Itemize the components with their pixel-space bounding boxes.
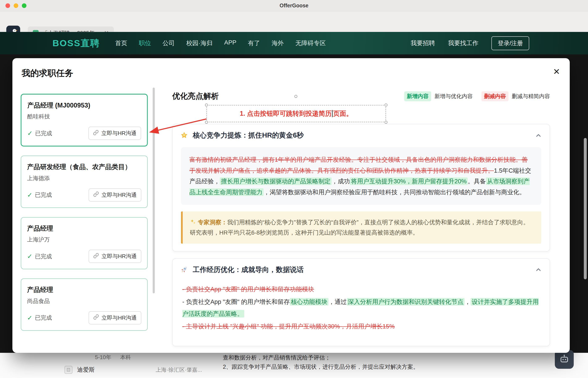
diff-segment-removed: - 主导设计并上线 "兴趣小组" 功能，提升用户互动频次30%，月活用户增长15…: [182, 323, 395, 330]
diff-line: - 负责社交App "友圈" 的用户增长和留存核心功能模块，通过深入分析用户行为…: [182, 296, 541, 320]
background-page-strip: 5-10年 本科 查和数据分析，对产品销售情况给予评估； 2、跟踪竞争对手产品策…: [0, 353, 588, 378]
legend-badge-added: 新增内容: [404, 91, 431, 101]
selection-handle[interactable]: [385, 104, 388, 107]
diff-segment-normal: ，通过: [328, 298, 347, 305]
collapse-chevron-icon[interactable]: [535, 266, 542, 273]
page-scrollbar[interactable]: [584, 138, 587, 279]
job-company: 尚品食品: [27, 297, 141, 305]
minimize-window-button[interactable]: [14, 3, 18, 8]
analysis-section: 工作经历优化：成就导向，数据说话- 负责社交App "友圈" 的用户增长和留存功…: [172, 258, 550, 346]
close-window-button[interactable]: [5, 3, 10, 8]
diff-segment-normal: - 负责社交App "友圈" 的用户增长和留存: [182, 298, 290, 305]
chat-with-hr-button[interactable]: 立即与HR沟通: [89, 188, 141, 202]
text-caret: [332, 110, 333, 117]
check-icon: ✓: [27, 130, 33, 137]
chat-with-hr-label: 立即与HR沟通: [101, 314, 137, 322]
job-title: 产品经理 (MJ000953): [27, 101, 141, 110]
job-title: 产品研发经理（食品、农产品类目）: [27, 162, 141, 171]
diff-legend: 新增内容新增与优化内容删减内容删减与精简内容: [404, 91, 550, 101]
nav-item[interactable]: 公司: [162, 39, 175, 47]
company-list-row[interactable]: 迪爱斯 上海·徐汇区·肇嘉...: [65, 366, 202, 374]
diff-segment-normal: ，: [465, 298, 471, 305]
annotation-text-after: 页面。: [333, 109, 353, 118]
job-card[interactable]: 产品研发经理（食品、农产品类目） 上海德添 ✓已完成 立即与HR沟通: [21, 156, 148, 208]
site-nav: 首页职位公司校园·海归APP有了海外无障碍专区: [115, 39, 326, 47]
star-icon: [180, 132, 188, 139]
check-icon: ✓: [27, 191, 32, 199]
diff-segment-removed: - 负责社交App "友圈" 的用户增长和留存功能模块: [182, 286, 314, 293]
diff-segment-normal: ，成功: [332, 178, 350, 185]
section-title: 工作经历优化：成就导向，数据说话: [193, 265, 530, 274]
nav-item[interactable]: 校园·海归: [186, 39, 213, 47]
resume-summary-diff: 富有激情的初级产品经理，拥有1年半的用户端产品开发经验。专注于社交领域，具备出色…: [181, 147, 541, 205]
job-company: 上海沪万: [27, 236, 141, 243]
modal-title: 我的求职任务: [22, 68, 73, 79]
job-title: 产品经理: [27, 224, 141, 233]
job-company: 上海德添: [27, 175, 141, 182]
rocket-icon: [180, 266, 188, 274]
job-title: 产品经理: [27, 285, 141, 294]
company-logo-icon: [65, 366, 72, 374]
check-icon: ✓: [27, 253, 32, 260]
selection-handle[interactable]: [385, 121, 388, 124]
collapse-chevron-icon[interactable]: [535, 132, 542, 139]
link-icon: [93, 191, 99, 198]
job-status-label: 已完成: [35, 314, 52, 322]
job-list: 产品经理 (MJ000953) 酷哇科技 ✓已完成 立即与HR沟通 产品研发经理…: [21, 94, 148, 340]
selection-handle[interactable]: [205, 121, 208, 124]
nav-item[interactable]: 无障碍专区: [295, 39, 326, 47]
chat-with-hr-button[interactable]: 立即与HR沟通: [89, 250, 141, 263]
job-list-scrollbar[interactable]: [153, 88, 155, 293]
link-icon: [93, 130, 99, 137]
macos-titlebar: OfferGoose: [0, 0, 588, 11]
check-icon: ✓: [27, 314, 32, 322]
job-meta-experience: 5-10年: [95, 354, 111, 361]
robot-icon: [559, 353, 570, 365]
header-link[interactable]: 我要找工作: [448, 39, 478, 47]
annotation-box[interactable]: 1. 点击按钮即可跳转到投递简历页面。: [206, 105, 386, 122]
diff-segment-removed: 富有激情的初级产品经理，拥有1年半的用户端产品开发经验。专注于社交领域，具备出色…: [189, 156, 528, 174]
nav-item[interactable]: 海外: [272, 39, 284, 47]
analysis-section: 核心竞争力提炼：抓住HR的黄金6秒富有激情的初级产品经理，拥有1年半的用户端产品…: [172, 124, 550, 252]
diff-line: - 负责社交App "友圈" 的用户增长和留存功能模块: [182, 283, 541, 295]
boss-site-header: BOSS直聘 首页职位公司校园·海归APP有了海外无障碍专区 我要招聘我要找工作…: [0, 32, 588, 54]
header-link[interactable]: 我要招聘: [411, 39, 435, 47]
nav-item[interactable]: APP: [224, 39, 237, 47]
boss-logo[interactable]: BOSS直聘: [53, 37, 100, 49]
job-status: ✓已完成: [27, 130, 52, 137]
expert-insight-text: 我们用精炼的“核心竞争力”替换了冗长的“自我评价”，直接点明了候选人的核心优势和…: [190, 219, 529, 236]
browser-tabbar: 「上海招聘」-2025年... ✕: [0, 11, 588, 32]
diff-segment-added: 深入分析用户行为数据和识别关键转化节点: [347, 298, 465, 306]
job-meta-degree: 本科: [120, 354, 131, 361]
job-status-label: 已完成: [35, 191, 52, 199]
chat-with-hr-label: 立即与HR沟通: [101, 253, 137, 260]
job-status-label: 已完成: [35, 130, 52, 137]
job-card[interactable]: 产品经理 上海沪万 ✓已完成 立即与HR沟通: [21, 217, 148, 269]
nav-item[interactable]: 职位: [139, 39, 151, 47]
job-status: ✓已完成: [27, 191, 52, 199]
zoom-window-button[interactable]: [22, 3, 27, 8]
diff-segment-added: 将用户互动提升30%，新用户留存提升20%: [350, 177, 468, 185]
diff-segment-normal: 。具备: [468, 178, 486, 185]
chat-with-hr-button[interactable]: 立即与HR沟通: [88, 127, 141, 140]
job-card[interactable]: 产品经理 尚品食品 ✓已完成 立即与HR沟通: [21, 278, 148, 331]
window-title: OfferGoose: [280, 2, 308, 9]
job-card[interactable]: 产品经理 (MJ000953) 酷哇科技 ✓已完成 立即与HR沟通: [21, 94, 148, 146]
chat-with-hr-button[interactable]: 立即与HR沟通: [89, 311, 141, 324]
page-detail-line: 查和数据分析，对产品销售情况给予评估；: [223, 353, 419, 363]
diff-segment-added: 擅长用户增长与数据驱动的产品策略制定: [220, 177, 332, 185]
job-tasks-modal: 我的求职任务 ✕ 产品经理 (MJ000953) 酷哇科技 ✓已完成 立即与HR…: [12, 58, 570, 353]
company-location: 上海·徐汇区·肇嘉...: [156, 366, 202, 374]
modal-close-button[interactable]: ✕: [553, 68, 560, 76]
rotate-handle[interactable]: [294, 95, 297, 98]
login-register-button[interactable]: 登录/注册: [491, 36, 529, 50]
selection-handle[interactable]: [205, 104, 208, 107]
diff-segment-added: 核心功能模块: [290, 298, 328, 306]
nav-item[interactable]: 有了: [248, 39, 260, 47]
legend-label: 新增与优化内容: [434, 93, 473, 100]
diff-line: - 主导设计并上线 "兴趣小组" 功能，提升用户互动频次30%，月活用户增长15…: [182, 321, 541, 332]
nav-item[interactable]: 首页: [115, 39, 127, 47]
job-status-label: 已完成: [35, 253, 52, 260]
section-title: 核心竞争力提炼：抓住HR的黄金6秒: [193, 131, 530, 140]
expert-insight-label: 专家洞察：: [198, 219, 227, 226]
